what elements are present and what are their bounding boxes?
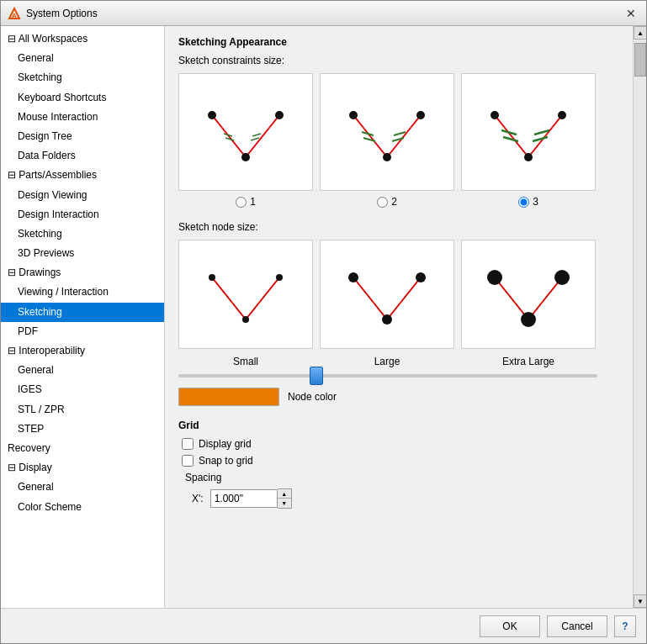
svg-point-6 [241, 153, 250, 161]
sidebar-item-step[interactable]: STEP [1, 420, 164, 439]
sidebar-item-design-interaction[interactable]: Design Interaction [1, 205, 164, 224]
scroll-panel: ▲ ▼ [633, 26, 646, 608]
node-size-labels: Small Large Extra Large [178, 356, 619, 367]
sidebar-item-interoperability[interactable]: ⊟ Interoperability [1, 341, 164, 361]
constraint-radio-3[interactable] [518, 197, 529, 208]
sidebar-item-sketching-dr[interactable]: Sketching [1, 303, 164, 322]
svg-line-18 [394, 132, 406, 135]
node-svg-small [195, 252, 296, 336]
node-size-slider-container [178, 374, 597, 377]
sidebar-item-iges[interactable]: IGES [1, 380, 164, 399]
sidebar-item-viewing-interaction[interactable]: Viewing / Interaction [1, 282, 164, 302]
sidebar-item-3d-previews[interactable]: 3D Previews [1, 244, 164, 263]
sidebar-item-drawings[interactable]: ⊟ Drawings [1, 263, 164, 282]
svg-point-4 [208, 111, 216, 119]
svg-line-2 [212, 115, 246, 157]
svg-line-40 [528, 277, 562, 319]
node-color-row: Node color [178, 388, 619, 406]
display-grid-label[interactable]: Display grid [199, 438, 252, 450]
sidebar-item-mouse-interaction[interactable]: Mouse Interaction [1, 108, 164, 127]
help-button[interactable]: ? [614, 615, 636, 637]
node-size-group [178, 240, 619, 349]
node-box-xlarge [461, 240, 596, 349]
svg-point-23 [558, 111, 566, 119]
snap-to-grid-row: Snap to grid [178, 455, 619, 467]
x-spacing-input[interactable] [210, 489, 278, 508]
sidebar-item-general[interactable]: General [1, 49, 164, 68]
constraint-box-1 [178, 73, 313, 191]
sidebar-item-keyboard-shortcuts[interactable]: Keyboard Shortcuts [1, 88, 164, 108]
svg-point-15 [383, 153, 391, 161]
svg-point-42 [554, 270, 570, 285]
constraint-radio-2[interactable] [377, 197, 388, 208]
svg-line-29 [212, 277, 246, 319]
svg-point-43 [521, 312, 536, 327]
cancel-button[interactable]: Cancel [547, 615, 607, 637]
constraint-radio-1[interactable] [236, 197, 247, 208]
sidebar-item-data-folders[interactable]: Data Folders [1, 146, 164, 166]
sidebar-item-sketching-pa[interactable]: Sketching [1, 224, 164, 244]
scroll-track [634, 40, 646, 594]
spin-down-button[interactable]: ▼ [278, 499, 291, 508]
sidebar-item-design-viewing[interactable]: Design Viewing [1, 186, 164, 205]
sidebar-item-color-scheme[interactable]: Color Scheme [1, 498, 164, 517]
slider-thumb[interactable] [310, 367, 323, 385]
svg-line-10 [251, 138, 259, 140]
section-title: Sketching Appearance [178, 36, 619, 48]
snap-to-grid-label[interactable]: Snap to grid [199, 455, 253, 467]
svg-line-3 [246, 115, 279, 157]
svg-point-37 [416, 272, 426, 282]
close-button[interactable]: ✕ [623, 5, 639, 22]
constraint-size-label: Sketch constraints size: [178, 55, 619, 66]
sidebar-item-pdf[interactable]: PDF [1, 322, 164, 341]
label-large: Large [320, 356, 454, 367]
node-box-small [178, 240, 313, 349]
spacing-input-wrap: ▲ ▼ [210, 488, 292, 509]
sidebar-item-design-tree[interactable]: Design Tree [1, 127, 164, 146]
constraint-label-1[interactable]: 1 [236, 196, 256, 208]
slider-track [178, 374, 597, 377]
sidebar-item-all-workspaces[interactable]: ⊟ All Workspaces [1, 29, 164, 49]
svg-line-11 [353, 115, 387, 157]
title-bar-left: A System Options [8, 7, 98, 20]
spin-up-button[interactable]: ▲ [278, 489, 291, 499]
grid-section: Grid Display grid Snap to grid Spacing X… [178, 420, 619, 509]
sidebar-item-sketching-ws[interactable]: Sketching [1, 68, 164, 87]
constraint-label-3[interactable]: 3 [518, 196, 538, 208]
sidebar-item-recovery[interactable]: Recovery [1, 439, 164, 458]
snap-to-grid-checkbox[interactable] [182, 455, 194, 467]
constraint-box-3 [461, 73, 596, 191]
sidebar-item-parts-assemblies[interactable]: ⊟ Parts/Assemblies [1, 166, 164, 185]
scroll-down-arrow[interactable]: ▼ [634, 594, 646, 608]
node-box-large [320, 240, 454, 349]
sidebar-item-stl-zpr[interactable]: STL / ZPR [1, 400, 164, 420]
constraint-option-1: 1 [178, 73, 313, 208]
svg-line-30 [246, 277, 279, 319]
spin-buttons: ▲ ▼ [278, 488, 292, 509]
svg-point-38 [382, 314, 392, 325]
label-xlarge: Extra Large [461, 356, 596, 367]
sidebar-item-display[interactable]: ⊟ Display [1, 458, 164, 478]
node-color-label: Node color [288, 391, 337, 403]
x-label: X': [192, 493, 204, 504]
constraint-size-group: 1 [178, 73, 619, 208]
bottom-bar: OK Cancel ? [1, 608, 646, 643]
svg-line-26 [503, 137, 518, 141]
sidebar-item-general-interop[interactable]: General [1, 361, 164, 380]
system-options-dialog: A System Options ✕ ⊟ All WorkspacesGener… [0, 0, 647, 644]
svg-point-32 [276, 274, 283, 281]
svg-line-21 [528, 115, 562, 157]
constraint-svg-2 [337, 90, 438, 174]
sidebar-item-general-display[interactable]: General [1, 478, 164, 497]
constraint-label-2[interactable]: 2 [377, 196, 397, 208]
node-color-swatch[interactable] [178, 388, 279, 406]
ok-button[interactable]: OK [480, 615, 540, 637]
scroll-up-arrow[interactable]: ▲ [634, 26, 646, 40]
display-grid-checkbox[interactable] [182, 438, 194, 450]
svg-point-33 [242, 316, 249, 323]
constraint-option-2: 2 [320, 73, 454, 208]
node-size-label: Sketch node size: [178, 221, 619, 233]
svg-point-22 [491, 111, 499, 119]
title-bar: A System Options ✕ [1, 1, 646, 26]
scroll-thumb[interactable] [634, 43, 646, 77]
